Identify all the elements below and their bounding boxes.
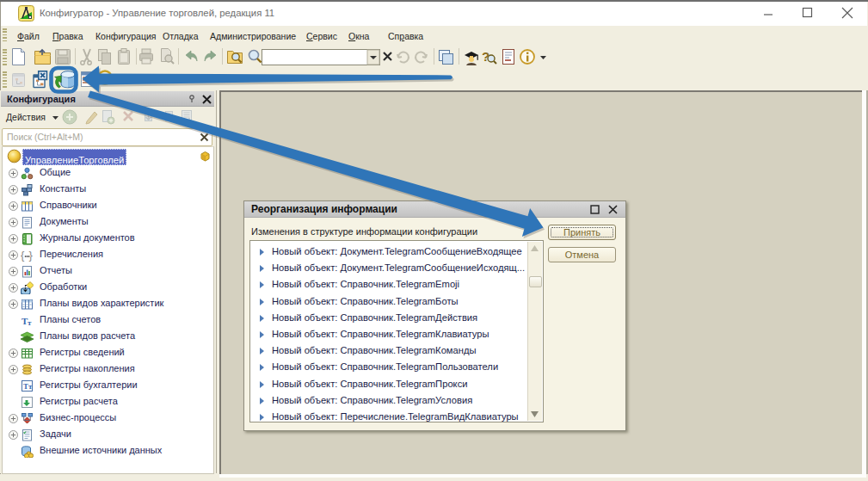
svg-text:{: { (21, 249, 25, 262)
svg-text:}: } (29, 249, 34, 262)
svg-text:Tт: Tт (23, 382, 33, 391)
svg-text:т: т (28, 318, 32, 327)
